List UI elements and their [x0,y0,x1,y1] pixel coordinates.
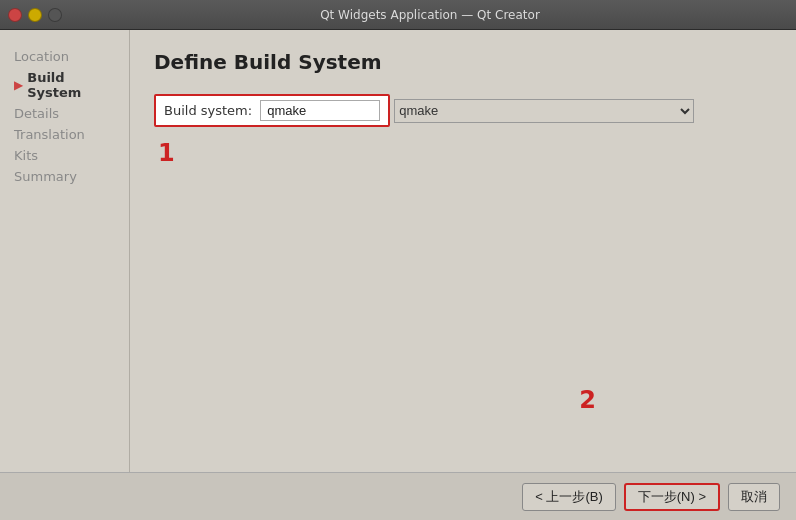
content-area: Location ▶ Build System Details Translat… [0,30,796,472]
sidebar-label-location: Location [14,49,69,64]
sidebar-label-summary: Summary [14,169,77,184]
build-system-dropdown[interactable]: qmake cmake qbs [394,99,694,123]
maximize-button[interactable] [48,8,62,22]
sidebar-item-build-system[interactable]: ▶ Build System [12,67,117,103]
build-system-box: Build system: [154,94,390,127]
sidebar-item-kits[interactable]: Kits [12,145,117,166]
sidebar-label-kits: Kits [14,148,38,163]
window-title: Qt Widgets Application — Qt Creator [72,8,788,22]
step-label-2: 2 [579,386,596,414]
build-system-label: Build system: [164,103,252,118]
titlebar-buttons [8,8,62,22]
page-title: Define Build System [154,50,772,74]
main-content-wrapper: Define Build System Build system: qmake … [130,30,796,472]
footer: < 上一步(B) 下一步(N) > 取消 [0,472,796,520]
back-button[interactable]: < 上一步(B) [522,483,616,511]
sidebar-label-build-system: Build System [27,70,115,100]
cancel-button[interactable]: 取消 [728,483,780,511]
main-window: Location ▶ Build System Details Translat… [0,30,796,520]
close-button[interactable] [8,8,22,22]
build-system-row: Build system: qmake cmake qbs [154,94,772,127]
sidebar-item-location[interactable]: Location [12,46,117,67]
sidebar-label-translation: Translation [14,127,85,142]
next-button[interactable]: 下一步(N) > [624,483,720,511]
sidebar: Location ▶ Build System Details Translat… [0,30,130,472]
arrow-icon: ▶ [14,78,23,92]
sidebar-label-details: Details [14,106,59,121]
main-panel: Define Build System Build system: qmake … [130,30,796,271]
minimize-button[interactable] [28,8,42,22]
sidebar-item-translation[interactable]: Translation [12,124,117,145]
build-system-input[interactable] [260,100,380,121]
step-label-1: 1 [158,139,772,167]
sidebar-item-summary[interactable]: Summary [12,166,117,187]
sidebar-item-details[interactable]: Details [12,103,117,124]
titlebar: Qt Widgets Application — Qt Creator [0,0,796,30]
